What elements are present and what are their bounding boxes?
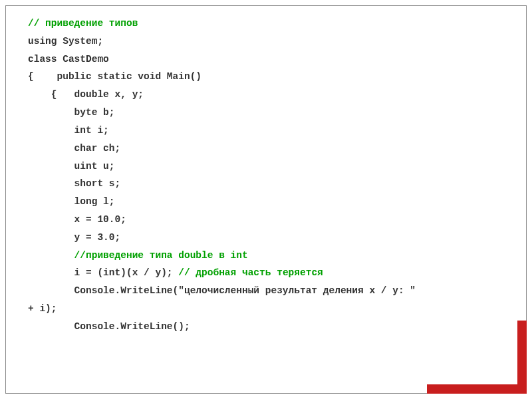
code-line: uint u; (28, 158, 504, 176)
code-line: Console.WriteLine(); (28, 318, 504, 336)
code-line: x = 10.0; (28, 211, 504, 229)
code-text: Console.WriteLine(); (28, 321, 190, 332)
code-line: char ch; (28, 140, 504, 158)
code-text: int i; (28, 125, 109, 136)
code-text: x = 10.0; (28, 214, 126, 225)
code-text: byte b; (28, 107, 115, 118)
code-line: i = (int)(x / y); // дробная часть теряе… (28, 264, 504, 282)
code-comment: //приведение типа double в int (28, 250, 248, 261)
code-text: using System; (28, 36, 103, 47)
code-line: y = 3.0; (28, 229, 504, 247)
code-line: { public static void Main() (28, 68, 504, 86)
code-line: { double x, y; (28, 86, 504, 104)
code-text: y = 3.0; (28, 232, 120, 243)
code-text: Console.WriteLine("целочисленный результ… (28, 285, 422, 296)
code-line: //приведение типа double в int (28, 247, 504, 265)
code-line: long l; (28, 193, 504, 211)
code-line: Console.WriteLine("целочисленный результ… (28, 282, 504, 300)
code-comment: // дробная часть теряется (178, 267, 323, 278)
code-text: { double x, y; (28, 89, 144, 100)
code-text: short s; (28, 178, 120, 189)
code-text: { public static void Main() (28, 71, 201, 82)
code-line: int i; (28, 122, 504, 140)
code-text: char ch; (28, 143, 120, 154)
code-text: uint u; (28, 161, 115, 172)
code-comment: // приведение типов (28, 18, 138, 29)
code-text: class CastDemo (28, 54, 109, 65)
code-text: long l; (28, 196, 115, 207)
code-line: class CastDemo (28, 51, 504, 68)
code-line: using System; (28, 33, 504, 51)
code-block: // приведение типовusing System;class Ca… (28, 15, 504, 336)
code-line: byte b; (28, 104, 504, 122)
code-text: i = (int)(x / y); (28, 267, 178, 278)
code-text: + i); (28, 303, 57, 314)
code-line: // приведение типов (28, 15, 504, 33)
code-line: + i); (28, 300, 504, 318)
code-line: short s; (28, 175, 504, 193)
